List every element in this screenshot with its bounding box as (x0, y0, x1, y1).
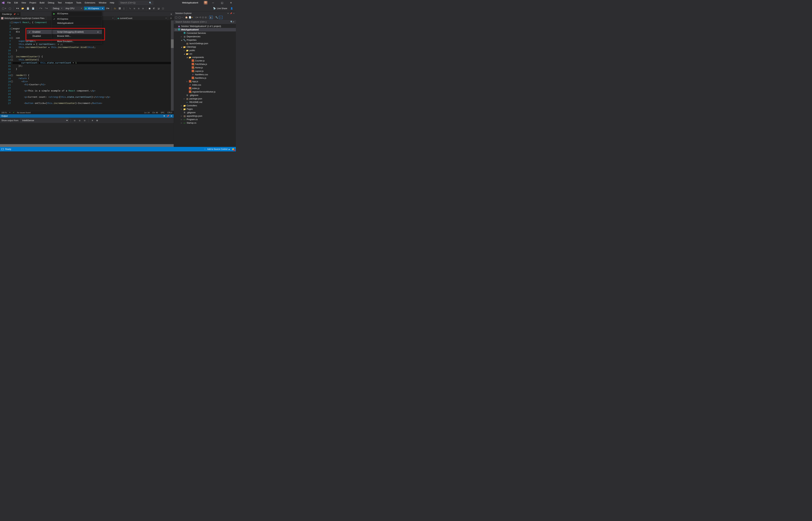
live-share-button[interactable]: 📡 Live Share 👤 (211, 7, 235, 10)
menu-iis-express-play[interactable]: ▶IIS Express (52, 12, 102, 16)
tree-item-dependencies[interactable]: ▷Dependencies (174, 35, 236, 38)
tree-item-appJs[interactable]: ▷App.js (174, 80, 236, 83)
eol-indicator[interactable]: CRLF (167, 112, 172, 114)
tree-item-indexCss[interactable]: ▸index.css (174, 83, 236, 87)
spaces-indicator[interactable]: SPC (161, 112, 165, 114)
submenu-disabled[interactable]: Disabled (27, 34, 52, 38)
expl-preview-icon[interactable]: ◧ (209, 16, 213, 19)
expl-back[interactable]: ◯ (175, 16, 178, 19)
tree-item-src[interactable]: ◢src (174, 52, 236, 55)
feedback-icon[interactable]: 👤 (230, 7, 233, 10)
tree-item-controllers[interactable]: ▷Controllers (174, 104, 236, 107)
menu-script-debugging[interactable]: Script Debugging (Enabled)▶ (52, 30, 102, 34)
menu-tools[interactable]: Tools (74, 1, 83, 5)
tree-item-readme[interactable]: ▸README.md (174, 100, 236, 104)
expl-view-icon[interactable]: — (219, 16, 223, 19)
tree-item-gitignore2[interactable]: ▸.gitignore (174, 111, 236, 114)
menu-help[interactable]: Help (108, 1, 116, 5)
menu-project[interactable]: Project (28, 1, 38, 5)
tree-item-connectedServices[interactable]: ▸Connected Services (174, 31, 236, 35)
source-control-button[interactable]: Add to Source Control ▲ (207, 148, 230, 150)
tab-close-icon[interactable]: ✕ (17, 13, 19, 15)
tree-item-navMenuCss[interactable]: ▸NavMenu.css (174, 73, 236, 76)
platform-dropdown[interactable]: Any CPU▼ (64, 7, 83, 10)
output-wrap-button[interactable]: ≡ (91, 119, 94, 122)
tree-item-public[interactable]: ▷public (174, 49, 236, 52)
save-button[interactable]: 💾 (26, 6, 30, 10)
save-all-button[interactable]: 💾 (31, 6, 36, 10)
undo-button[interactable]: ↶▾ (38, 6, 43, 10)
expl-dropdown-icon[interactable]: ▼ (227, 13, 229, 14)
nav-back-button[interactable]: ◯ ▾ (1, 6, 7, 10)
expl-showall-icon[interactable]: ⊟ (205, 16, 207, 19)
output-source-dropdown[interactable]: IntelliSense (20, 118, 69, 122)
menu-browse-with[interactable]: Browse With... (52, 34, 102, 38)
redo-button[interactable]: ↷▾ (44, 6, 49, 10)
split-horizontal-icon[interactable]: ✢ (170, 17, 173, 20)
tree-item-appsettings[interactable]: ▷appsettings.json (174, 114, 236, 118)
expl-home-icon[interactable]: 🏠 (185, 16, 188, 19)
expl-scope-icon[interactable]: 📑▾ (189, 16, 193, 19)
close-button[interactable]: ✕ (228, 1, 234, 4)
maximize-button[interactable]: ◱ (219, 1, 225, 4)
expl-sync-icon[interactable]: ⊙▾ (195, 16, 198, 19)
notifications-button[interactable]: 🔔1 (232, 148, 234, 150)
quick-search-input[interactable]: Search (Ctrl+Q) 🔍 (119, 1, 153, 5)
output-title-bar[interactable]: Output ▼ 📌 ✕ (0, 114, 174, 118)
tree-item-properties[interactable]: ◢Properties (174, 38, 236, 42)
tree-item-counter[interactable]: ▸Counter.js (174, 59, 236, 63)
menu-analyze[interactable]: Analyze (63, 1, 74, 5)
tree-item-project[interactable]: ▢WebApplication4 (174, 28, 236, 31)
tab-overflow-button[interactable]: ▼ (169, 13, 174, 16)
tree-item-components[interactable]: ◢components (174, 55, 236, 59)
tree-item-startup[interactable]: ▷Startup.cs (174, 121, 236, 124)
tree-item-gitignore[interactable]: ▸.gitignore (174, 94, 236, 97)
menu-window[interactable]: Window (97, 1, 108, 5)
menu-view[interactable]: View (20, 1, 28, 5)
expl-close-icon[interactable]: ✕ (233, 13, 234, 14)
tree-item-navMenuJs[interactable]: ▸NavMenu.js (174, 76, 236, 80)
tree-item-home[interactable]: ▸Home.js (174, 66, 236, 69)
panel-close-icon[interactable]: ✕ (171, 115, 172, 117)
tree-item-solution[interactable]: ▸Solution 'WebApplication4' (1 of 1 proj… (174, 24, 236, 28)
tree-item-program[interactable]: ▷Program.cs (174, 118, 236, 121)
breadcrumb-file[interactable]: WebApplication4 JavaScript Content Files (4, 17, 45, 20)
tree-item-packageJson[interactable]: ▷package.json (174, 97, 236, 100)
tree-item-fetchData[interactable]: ▸FetchData.js (174, 63, 236, 66)
expl-fwd[interactable]: ◯ (178, 16, 181, 19)
expl-refresh-icon[interactable]: ⟲ (199, 16, 201, 19)
menu-more-emulators[interactable]: More Emulators... (52, 39, 102, 44)
menu-test[interactable]: Test (56, 1, 63, 5)
tree-item-clientApp[interactable]: ◢ClientApp (174, 45, 236, 49)
expl-pin-icon[interactable]: 📌 (230, 13, 232, 14)
menu-edit[interactable]: Edit (13, 1, 20, 5)
refresh-button[interactable]: ⟳▾ (105, 6, 110, 10)
run-target-menu[interactable]: ▶IIS Express ✓IIS Express WebApplication… (51, 12, 102, 44)
tree-item-launchSettings[interactable]: ▸launchSettings.json (174, 42, 236, 45)
output-clear-all-button[interactable]: ⊗ (95, 119, 99, 122)
run-dropdown-arrow[interactable]: ▼ (100, 7, 103, 9)
member-navigator[interactable]: ◈ currentCount ▼ (116, 16, 168, 20)
minimize-button[interactable]: ─ (210, 1, 217, 4)
solution-tree[interactable]: ▸Solution 'WebApplication4' (1 of 1 proj… (174, 24, 236, 147)
config-dropdown[interactable]: Debug▼ (52, 7, 64, 10)
user-avatar[interactable] (204, 1, 207, 5)
panel-pin-icon[interactable]: 📌 (166, 115, 169, 117)
zoom-level[interactable]: 100 % (1, 112, 7, 114)
menu-build[interactable]: Build (38, 1, 46, 5)
explorer-search-input[interactable]: Search Solution Explorer (Ctrl+;) 🔍▾ (174, 20, 236, 24)
expl-properties-icon[interactable]: 🔧 (215, 16, 218, 19)
editor-vertical-scrollbar[interactable] (171, 20, 174, 111)
bookmark-button[interactable]: ◼ (148, 6, 152, 10)
menu-file[interactable]: File (5, 1, 13, 5)
output-body[interactable] (0, 123, 174, 144)
expl-collapse-icon[interactable]: ⊡ (202, 16, 204, 19)
tree-item-rsw[interactable]: ▸registerServiceWorker.js (174, 90, 236, 94)
panel-dropdown-icon[interactable]: ▼ (163, 115, 165, 117)
script-debugging-submenu[interactable]: ✓Enabled Disabled (27, 30, 52, 38)
issues-text[interactable]: No issues found (17, 112, 30, 114)
tree-item-pages[interactable]: ▷Pages (174, 107, 236, 111)
open-button[interactable]: 📂 (21, 6, 25, 10)
tree-item-layout[interactable]: ▸Layout.js (174, 69, 236, 73)
menu-debug[interactable]: Debug (46, 1, 56, 5)
